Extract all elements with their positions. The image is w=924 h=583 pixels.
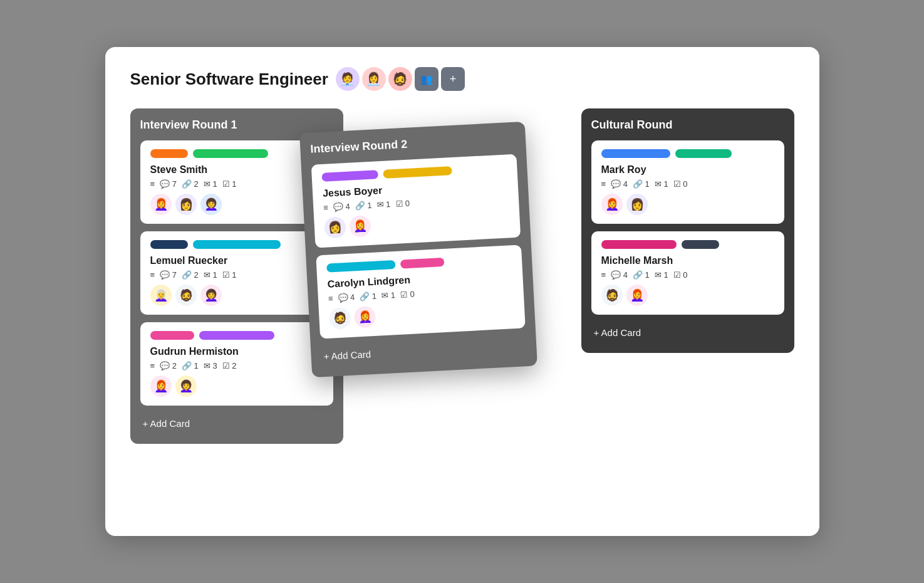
- tag-purple: [321, 170, 378, 182]
- comment-stat: 💬 7: [160, 270, 177, 280]
- card-tags: [601, 240, 774, 249]
- attach-stat: 🔗 1: [182, 361, 199, 370]
- card-tags: [326, 254, 511, 272]
- avatar-2: 👩‍💼: [362, 67, 386, 91]
- board-round2-title: Interview Round 2: [309, 132, 516, 156]
- avatar-1: 🧑‍💼: [336, 67, 360, 91]
- attach-stat: 🔗 2: [182, 179, 199, 189]
- tag-green: [193, 149, 268, 158]
- card-name: Mark Roy: [601, 164, 774, 176]
- tag-navy: [150, 240, 188, 249]
- list-icon: ≡: [323, 202, 328, 212]
- tag-dark: [682, 240, 719, 249]
- tag-cyan: [193, 240, 281, 249]
- board-cultural-area: Cultural Round Mark Roy ≡ 💬 4 🔗 1 ✉ 1 ☑ …: [581, 108, 794, 444]
- add-card-round2[interactable]: + Add Card: [320, 335, 526, 367]
- tag-yellow: [383, 166, 452, 179]
- card-name: Steve Smith: [150, 164, 323, 176]
- check-stat: ☑ 1: [222, 179, 237, 189]
- list-icon: ≡: [601, 179, 606, 189]
- mail-stat: ✉ 1: [376, 199, 391, 209]
- card-avatar: 👩‍🦰: [601, 194, 623, 215]
- card-tags: [321, 163, 507, 181]
- card-avatar: 👩‍🦰: [353, 306, 376, 328]
- card-tags: [601, 149, 774, 158]
- card-avatar: 🧔: [328, 307, 351, 330]
- header: Senior Software Engineer 🧑‍💼 👩‍💼 🧔 👥 +: [130, 67, 794, 91]
- card-avatar: 👩‍🦳: [150, 285, 172, 306]
- tag-blue: [601, 149, 670, 158]
- check-stat: ☑ 0: [673, 270, 688, 280]
- comment-stat: 💬 4: [333, 202, 350, 212]
- card-gudrun-hermiston: Gudrun Hermiston ≡ 💬 2 🔗 1 ✉ 3 ☑ 2 👩‍🦰 👩…: [140, 322, 333, 406]
- boards-wrapper: Interview Round 1 Steve Smith ≡ 💬 7 🔗 2 …: [130, 108, 794, 444]
- card-tags: [150, 149, 323, 158]
- card-avatar: 👩: [324, 216, 346, 239]
- tag-cyan: [326, 260, 395, 273]
- attach-stat: 🔗 1: [355, 201, 372, 211]
- check-stat: ☑ 0: [673, 179, 688, 189]
- tag-pink: [400, 258, 444, 269]
- card-mark-roy: Mark Roy ≡ 💬 4 🔗 1 ✉ 1 ☑ 0 👩‍🦰 👩: [591, 140, 784, 224]
- card-lemuel-ruecker: Lemuel Ruecker ≡ 💬 7 🔗 2 ✉ 1 ☑ 1 👩‍🦳 🧔 👩…: [140, 231, 333, 315]
- card-avatar: 👩‍🦱: [175, 376, 197, 397]
- mail-stat: ✉ 1: [655, 179, 668, 189]
- avatar-3: 🧔: [388, 67, 412, 91]
- comment-stat: 💬 4: [611, 270, 628, 280]
- card-avatar: 👩‍🦰: [150, 376, 172, 397]
- add-member-button[interactable]: +: [441, 67, 465, 91]
- comment-stat: 💬 4: [611, 179, 628, 189]
- card-stats: ≡ 💬 4 🔗 1 ✉ 1 ☑ 0: [601, 270, 774, 280]
- mail-stat: ✉ 1: [655, 270, 668, 280]
- card-tags: [150, 240, 323, 249]
- card-avatar: 👩‍🦰: [626, 285, 648, 306]
- check-stat: ☑ 2: [222, 361, 237, 370]
- card-name: Lemuel Ruecker: [150, 255, 323, 266]
- card-avatar: 🧔: [175, 285, 197, 306]
- card-tags: [150, 331, 323, 340]
- card-avatar: 👩: [626, 194, 648, 215]
- mail-stat: ✉ 3: [204, 361, 217, 370]
- attach-stat: 🔗 2: [182, 270, 199, 280]
- tag-teal: [675, 149, 732, 158]
- add-card-round1[interactable]: + Add Card: [140, 413, 333, 434]
- attach-stat: 🔗 1: [359, 292, 376, 302]
- card-avatar: 👩‍🦱: [200, 285, 222, 306]
- board-round1-title: Interview Round 1: [140, 118, 333, 132]
- card-avatar: 🧔: [601, 285, 623, 306]
- list-icon: ≡: [150, 179, 155, 189]
- card-stats: ≡ 💬 4 🔗 1 ✉ 1 ☑ 0: [601, 179, 774, 189]
- card-stats: ≡ 💬 7 🔗 2 ✉ 1 ☑ 1: [150, 179, 323, 189]
- list-icon: ≡: [601, 270, 606, 280]
- add-card-cultural[interactable]: + Add Card: [591, 322, 784, 343]
- card-michelle-marsh: Michelle Marsh ≡ 💬 4 🔗 1 ✉ 1 ☑ 0 🧔 👩‍🦰: [591, 231, 784, 315]
- card-avatars: 👩‍🦰 👩 👩‍🦱: [150, 194, 323, 215]
- card-name: Gudrun Hermiston: [150, 346, 323, 357]
- tag-pink: [150, 331, 194, 340]
- card-jesus-boyer: Jesus Boyer ≡ 💬 4 🔗 1 ✉ 1 ☑ 0 👩 👩‍🦰: [311, 154, 521, 248]
- tag-orange: [150, 149, 188, 158]
- list-icon: ≡: [150, 361, 155, 370]
- check-stat: ☑ 1: [222, 270, 237, 280]
- card-stats: ≡ 💬 7 🔗 2 ✉ 1 ☑ 1: [150, 270, 323, 280]
- board-cultural-title: Cultural Round: [591, 118, 784, 132]
- card-avatars: 🧔 👩‍🦰: [328, 298, 514, 329]
- check-stat: ☑ 0: [400, 289, 415, 299]
- main-container: Senior Software Engineer 🧑‍💼 👩‍💼 🧔 👥 + I…: [105, 47, 819, 536]
- card-avatars: 🧔 👩‍🦰: [601, 285, 774, 306]
- board-round2: Interview Round 2 Jesus Boyer ≡ 💬 4 🔗 1 …: [299, 122, 537, 377]
- card-carolyn-lindgren: Carolyn Lindgren ≡ 💬 4 🔗 1 ✉ 1 ☑ 0 🧔 👩‍🦰: [316, 244, 526, 339]
- tag-purple: [199, 331, 274, 340]
- card-avatars: 👩 👩‍🦰: [324, 207, 510, 238]
- card-avatar: 👩‍🦱: [200, 194, 222, 215]
- mail-stat: ✉ 1: [204, 179, 217, 189]
- card-avatar: 👩‍🦰: [150, 194, 172, 215]
- card-avatars: 👩‍🦰 👩: [601, 194, 774, 215]
- attach-stat: 🔗 1: [633, 270, 650, 280]
- page-title: Senior Software Engineer: [130, 70, 328, 89]
- card-avatar: 👩‍🦰: [349, 215, 371, 238]
- card-stats: ≡ 💬 2 🔗 1 ✉ 3 ☑ 2: [150, 361, 323, 370]
- team-button[interactable]: 👥: [415, 67, 439, 91]
- mail-stat: ✉ 1: [381, 290, 395, 300]
- mail-stat: ✉ 1: [204, 270, 217, 280]
